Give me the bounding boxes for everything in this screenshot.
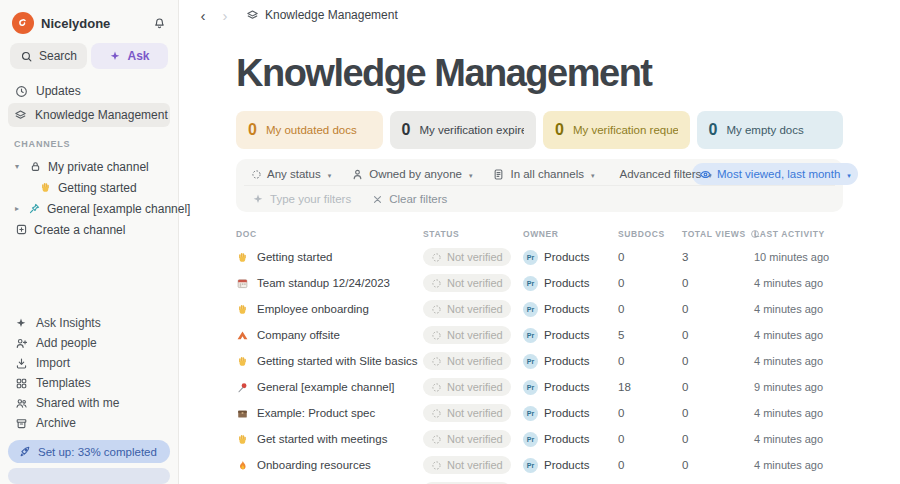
clear-filters-label: Clear filters (389, 193, 447, 205)
table-row[interactable]: Get started with meetings Not verified P… (236, 426, 843, 452)
nav-label: Updates (36, 84, 81, 98)
setup-progress-button[interactable]: Set up: 33% completed (8, 440, 170, 463)
doc-emoji-icon (236, 407, 249, 420)
tool-label: Ask Insights (36, 316, 101, 330)
sidebar-tool-item[interactable]: Shared with me (8, 393, 170, 413)
doc-title: Company offsite (257, 329, 340, 341)
workspace-name[interactable]: Nicelydone (41, 16, 146, 31)
back-icon[interactable] (192, 8, 214, 23)
owner-cell: Pr Products (523, 276, 618, 291)
doc-cell: Example: Product spec (236, 407, 423, 420)
last-activity-cell: 4 minutes ago (754, 433, 854, 445)
status-badge: Not verified (423, 430, 511, 448)
table-row[interactable]: Getting started with Slite basics Not ve… (236, 348, 843, 374)
tool-icon (14, 317, 28, 329)
stat-label: My outdated docs (266, 124, 357, 136)
stat-card[interactable]: 0 My outdated docs (236, 111, 383, 149)
table-row[interactable]: Onboarding resources Not verified Pr (236, 452, 843, 478)
status-cell: Not verified (423, 404, 523, 422)
notifications-bell-icon[interactable] (153, 17, 166, 30)
status-label: Not verified (447, 277, 503, 289)
table-row[interactable]: General [example channel] Not verified P… (236, 374, 843, 400)
sidebar: Nicelydone Search Ask Updates Knowledge … (0, 0, 179, 484)
dashed-circle-icon (431, 434, 442, 445)
status-cell: Not verified (423, 274, 523, 292)
search-button[interactable]: Search (10, 43, 87, 69)
owner-cell: Pr Products (523, 380, 618, 395)
last-activity-cell: 9 minutes ago (754, 381, 854, 393)
table-row[interactable]: Not verified Pr Products (236, 478, 843, 484)
chevron-right-icon[interactable] (12, 204, 22, 213)
filter-chip-icon (492, 168, 505, 181)
status-badge: Not verified (423, 378, 511, 396)
owner-name: Products (544, 355, 589, 367)
sidebar-tool-item[interactable]: Archive (8, 413, 170, 433)
tool-label: Templates (36, 376, 91, 390)
ask-button[interactable]: Ask (91, 43, 168, 69)
owner-cell: Pr Products (523, 406, 618, 421)
last-activity-cell: 4 minutes ago (754, 407, 854, 419)
last-activity-cell: 4 minutes ago (754, 329, 854, 341)
filter-chip[interactable]: In all channels (485, 163, 601, 185)
doc-getting-started[interactable]: Getting started (34, 177, 170, 198)
tool-label: Archive (36, 416, 76, 430)
channel-general-example[interactable]: General [example channel] (8, 198, 170, 219)
table-row[interactable]: Getting started Not verified Pr Produ (236, 244, 843, 270)
stat-card[interactable]: 0 My verification expired docs (390, 111, 537, 149)
pushpin-icon (28, 202, 41, 215)
forward-icon[interactable] (214, 8, 236, 23)
status-badge: Not verified (423, 456, 511, 474)
tool-icon (14, 417, 28, 430)
owner-name: Products (544, 277, 589, 289)
create-channel-label: Create a channel (34, 223, 125, 237)
breadcrumb[interactable]: Knowledge Management (246, 8, 398, 22)
views-cell: 0 (682, 303, 754, 315)
table-body: Getting started Not verified Pr Produ (236, 244, 843, 484)
column-header-owner[interactable]: OWNER (523, 229, 618, 239)
partial-banner[interactable] (8, 468, 170, 484)
channels-header: CHANNELS (14, 139, 164, 149)
workspace-logo[interactable] (12, 12, 34, 34)
table-row[interactable]: Team standup 12/24/2023 Not verified Pr (236, 270, 843, 296)
topbar: Knowledge Management (179, 0, 900, 30)
doc-title: Getting started (257, 251, 332, 263)
table-row[interactable]: Employee onboarding Not verified Pr P (236, 296, 843, 322)
stat-card[interactable]: 0 My empty docs (697, 111, 844, 149)
subdocs-cell: 18 (618, 381, 682, 393)
owner-cell: Pr Products (523, 354, 618, 369)
sidebar-tool-item[interactable]: Templates (8, 373, 170, 393)
views-cell: 3 (682, 251, 754, 263)
doc-title: Getting started with Slite basics (257, 355, 417, 367)
status-badge: Not verified (423, 404, 511, 422)
status-label: Not verified (447, 407, 503, 419)
sidebar-item-knowledge-management[interactable]: Knowledge Management (8, 103, 170, 127)
column-header-doc[interactable]: DOC (236, 229, 423, 239)
channel-my-private-channel[interactable]: My private channel (8, 156, 170, 177)
close-icon (371, 193, 384, 206)
column-header-total-views[interactable]: TOTAL VIEWS (682, 229, 754, 239)
sidebar-tool-item[interactable]: Add people (8, 333, 170, 353)
filter-chip[interactable]: Owned by anyone (344, 163, 479, 185)
sidebar-tool-item[interactable]: Import (8, 353, 170, 373)
column-header-status[interactable]: STATUS (423, 229, 523, 239)
owner-cell: Pr Products (523, 328, 618, 343)
filter-chip[interactable]: Any status (244, 163, 338, 185)
sidebar-tool-item[interactable]: Ask Insights (8, 313, 170, 333)
filter-prompt-input[interactable]: Type your filters (252, 193, 351, 205)
stat-card[interactable]: 0 My verification requested d… (543, 111, 690, 149)
subdocs-cell: 0 (618, 407, 682, 419)
dashed-circle-icon (431, 460, 442, 471)
owner-cell: Pr Products (523, 432, 618, 447)
create-channel-button[interactable]: Create a channel (8, 219, 170, 240)
table-row[interactable]: Company offsite Not verified Pr Produ (236, 322, 843, 348)
table-row[interactable]: Example: Product spec Not verified Pr (236, 400, 843, 426)
doc-cell: Get started with meetings (236, 433, 423, 446)
column-header-subdocs[interactable]: SUBDOCS (618, 229, 682, 239)
views-cell: 0 (682, 381, 754, 393)
sidebar-item-updates[interactable]: Updates (8, 79, 170, 103)
filter-panel: Any status Owned by anyone In all chan (236, 159, 843, 212)
chevron-down-icon[interactable] (12, 162, 22, 171)
owner-cell: Pr Products (523, 250, 618, 265)
clear-filters-button[interactable]: Clear filters (371, 193, 447, 206)
column-header-last-activity[interactable]: LAST ACTIVITY (754, 229, 856, 239)
